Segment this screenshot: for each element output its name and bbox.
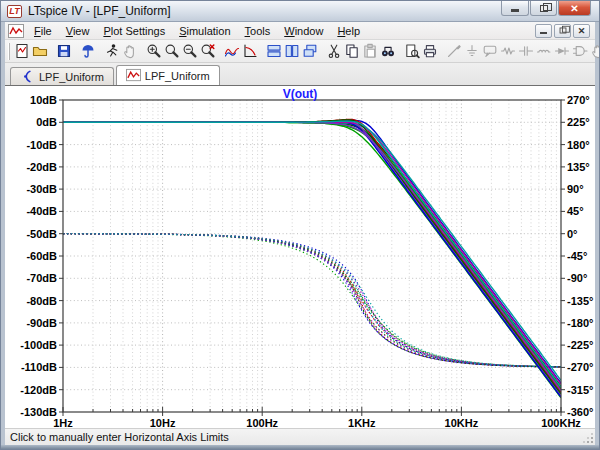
open-button[interactable] <box>31 41 49 61</box>
svg-text:100Hz: 100Hz <box>246 417 278 428</box>
toolbar <box>5 40 595 63</box>
waveform-pane[interactable]: V(out) 10dB270°0dB225°-10dB180°-20dB135°… <box>5 85 595 428</box>
svg-text:-90°: -90° <box>567 272 587 284</box>
tile-horizontally-button[interactable] <box>265 41 283 61</box>
place-label-button[interactable] <box>481 41 499 61</box>
save-button[interactable] <box>55 41 73 61</box>
tab-bar: LPF_UniformLPF_Uniform <box>5 63 595 85</box>
svg-text:225°: 225° <box>567 116 590 128</box>
place-diode-icon <box>554 43 570 59</box>
place-inductor-button[interactable] <box>535 41 553 61</box>
restore-icon <box>540 5 548 12</box>
svg-text:-90dB: -90dB <box>26 317 57 329</box>
print-button[interactable] <box>421 41 439 61</box>
minimize-button[interactable] <box>501 1 529 16</box>
waveform-icon <box>126 68 141 83</box>
child-restore-button[interactable] <box>554 24 571 38</box>
place-inductor-icon <box>536 43 552 59</box>
svg-text:-225°: -225° <box>567 339 593 351</box>
menu-view[interactable]: View <box>59 23 97 39</box>
autorange-y-axis-icon <box>224 43 240 59</box>
svg-text:-50dB: -50dB <box>26 228 57 240</box>
svg-text:-45°: -45° <box>567 250 587 262</box>
bode-plot[interactable]: 10dB270°0dB225°-10dB180°-20dB135°-30dB90… <box>5 86 595 428</box>
window-title: LTspice IV - [LPF_Uniform] <box>28 4 171 18</box>
move-button[interactable] <box>589 41 600 61</box>
menu-plot-settings[interactable]: Plot Settings <box>96 23 172 39</box>
zoom-full-extents-button[interactable] <box>199 41 217 61</box>
resize-grip[interactable] <box>583 433 593 443</box>
place-diode-button[interactable] <box>553 41 571 61</box>
plot-settings-button[interactable] <box>241 41 259 61</box>
svg-text:-100dB: -100dB <box>20 339 57 351</box>
copy-icon <box>344 43 360 59</box>
titlebar[interactable]: LT LTspice IV - [LPF_Uniform] ✕ <box>1 1 599 22</box>
zoom-out-icon <box>182 43 198 59</box>
menu-file[interactable]: File <box>27 23 59 39</box>
draw-wire-icon <box>446 43 462 59</box>
toolbar-gripper[interactable] <box>8 43 10 60</box>
open-icon <box>32 43 48 59</box>
window-frame-bottom <box>1 445 599 450</box>
menu-simulation[interactable]: Simulation <box>172 23 237 39</box>
tab-waveform-lpf_uniform[interactable]: LPF_Uniform <box>116 65 220 85</box>
halt-button[interactable] <box>121 41 139 61</box>
zoom-out-button[interactable] <box>181 41 199 61</box>
place-component-icon <box>572 43 588 59</box>
tab-schematic-lpf_uniform[interactable]: LPF_Uniform <box>10 67 114 85</box>
minimize-icon <box>511 9 519 12</box>
autorange-y-axis-button[interactable] <box>223 41 241 61</box>
tab-label: LPF_Uniform <box>39 71 104 83</box>
new-file-button[interactable] <box>13 41 31 61</box>
move-icon <box>590 43 600 59</box>
tile-vertically-button[interactable] <box>283 41 301 61</box>
place-component-button[interactable] <box>571 41 589 61</box>
control-panel-button[interactable] <box>79 41 97 61</box>
find-button[interactable] <box>379 41 397 61</box>
child-minimize-button[interactable] <box>535 24 552 38</box>
save-icon <box>56 43 72 59</box>
print-preview-button[interactable] <box>403 41 421 61</box>
halt-icon <box>122 43 138 59</box>
svg-text:10Hz: 10Hz <box>150 417 176 428</box>
zoom-in-button[interactable] <box>145 41 163 61</box>
cascade-windows-button[interactable] <box>301 41 319 61</box>
draw-wire-button[interactable] <box>445 41 463 61</box>
cut-button[interactable] <box>325 41 343 61</box>
place-capacitor-button[interactable] <box>517 41 535 61</box>
status-text: Click to manually enter Horizontal Axis … <box>10 431 229 443</box>
menu-window[interactable]: Window <box>277 23 330 39</box>
place-ground-icon <box>464 43 480 59</box>
app-logo-icon: LT <box>7 5 22 18</box>
place-capacitor-icon <box>518 43 534 59</box>
close-button[interactable]: ✕ <box>558 1 591 16</box>
restore-button[interactable] <box>530 1 557 16</box>
svg-text:10KHz: 10KHz <box>445 417 479 428</box>
svg-text:-20dB: -20dB <box>26 161 57 173</box>
ltspice-window: LT LTspice IV - [LPF_Uniform] ✕ FileView… <box>0 0 600 450</box>
svg-text:-70dB: -70dB <box>26 272 57 284</box>
zoom-area-icon <box>164 43 180 59</box>
plot-settings-icon <box>242 43 258 59</box>
svg-text:-80dB: -80dB <box>26 295 57 307</box>
place-ground-button[interactable] <box>463 41 481 61</box>
paste-icon <box>362 43 378 59</box>
status-bar: Click to manually enter Horizontal Axis … <box>5 428 595 445</box>
svg-text:-30dB: -30dB <box>26 183 57 195</box>
copy-button[interactable] <box>343 41 361 61</box>
svg-text:135°: 135° <box>567 161 590 173</box>
menu-tools[interactable]: Tools <box>238 23 278 39</box>
trace-label-vout[interactable]: V(out) <box>5 87 595 101</box>
cascade-windows-icon <box>302 43 318 59</box>
zoom-area-button[interactable] <box>163 41 181 61</box>
print-icon <box>422 43 438 59</box>
svg-text:45°: 45° <box>567 205 584 217</box>
paste-button[interactable] <box>361 41 379 61</box>
run-button[interactable] <box>103 41 121 61</box>
place-resistor-icon <box>500 43 516 59</box>
print-preview-icon <box>404 43 420 59</box>
place-resistor-button[interactable] <box>499 41 517 61</box>
svg-text:1Hz: 1Hz <box>53 417 73 428</box>
child-close-button[interactable]: ✕ <box>573 24 590 38</box>
menu-help[interactable]: Help <box>330 23 367 39</box>
